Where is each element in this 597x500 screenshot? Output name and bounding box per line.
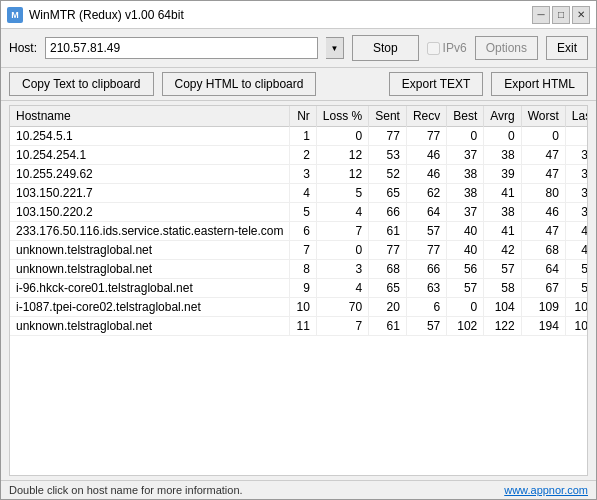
host-input[interactable]: [45, 37, 318, 59]
cell-nr: 11: [290, 317, 316, 336]
cell-recv: 63: [406, 279, 446, 298]
table-header-row: Hostname Nr Loss % Sent Recv Best Avrg W…: [10, 106, 588, 127]
col-header-nr: Nr: [290, 106, 316, 127]
export-text-button[interactable]: Export TEXT: [389, 72, 483, 96]
cell-avrg: 42: [484, 241, 521, 260]
cell-sent: 77: [369, 127, 407, 146]
cell-nr: 8: [290, 260, 316, 279]
trace-table: Hostname Nr Loss % Sent Recv Best Avrg W…: [10, 106, 588, 336]
table-row[interactable]: 233.176.50.116.ids.service.static.easter…: [10, 222, 588, 241]
cell-best: 0: [447, 298, 484, 317]
cell-loss: 70: [316, 298, 368, 317]
cell-sent: 66: [369, 203, 407, 222]
stop-button[interactable]: Stop: [352, 35, 419, 61]
cell-loss: 12: [316, 146, 368, 165]
table-row[interactable]: 10.254.254.1 2 12 53 46 37 38 47 38: [10, 146, 588, 165]
cell-worst: 47: [521, 222, 565, 241]
ipv6-label: IPv6: [443, 41, 467, 55]
col-header-worst: Worst: [521, 106, 565, 127]
cell-last: 38: [565, 146, 588, 165]
table-row[interactable]: i-96.hkck-core01.telstraglobal.net 9 4 6…: [10, 279, 588, 298]
copy-html-button[interactable]: Copy HTML to clipboard: [162, 72, 317, 96]
ipv6-checkbox[interactable]: [427, 42, 440, 55]
cell-last: 103: [565, 298, 588, 317]
close-button[interactable]: ✕: [572, 6, 590, 24]
cell-hostname: 10.254.254.1: [10, 146, 290, 165]
cell-nr: 1: [290, 127, 316, 146]
cell-best: 56: [447, 260, 484, 279]
cell-recv: 57: [406, 317, 446, 336]
options-button[interactable]: Options: [475, 36, 538, 60]
export-html-button[interactable]: Export HTML: [491, 72, 588, 96]
minimize-button[interactable]: ─: [532, 6, 550, 24]
cell-last: 40: [565, 241, 588, 260]
table-row[interactable]: unknown.telstraglobal.net 7 0 77 77 40 4…: [10, 241, 588, 260]
cell-recv: 64: [406, 203, 446, 222]
copy-text-button[interactable]: Copy Text to clipboard: [9, 72, 154, 96]
cell-loss: 4: [316, 203, 368, 222]
cell-sent: 53: [369, 146, 407, 165]
cell-recv: 77: [406, 241, 446, 260]
cell-sent: 52: [369, 165, 407, 184]
cell-last: 103: [565, 317, 588, 336]
table-row[interactable]: 10.254.5.1 1 0 77 77 0 0 0 0: [10, 127, 588, 146]
table-body: 10.254.5.1 1 0 77 77 0 0 0 0 10.254.254.…: [10, 127, 588, 336]
cell-sent: 61: [369, 222, 407, 241]
cell-sent: 65: [369, 279, 407, 298]
cell-avrg: 57: [484, 260, 521, 279]
cell-worst: 47: [521, 165, 565, 184]
ipv6-checkbox-container: IPv6: [427, 41, 467, 55]
col-header-loss: Loss %: [316, 106, 368, 127]
cell-last: 38: [565, 165, 588, 184]
cell-nr: 3: [290, 165, 316, 184]
table-row[interactable]: i-1087.tpei-core02.telstraglobal.net 10 …: [10, 298, 588, 317]
cell-hostname: 103.150.220.2: [10, 203, 290, 222]
cell-worst: 80: [521, 184, 565, 203]
col-header-sent: Sent: [369, 106, 407, 127]
status-bar: Double click on host name for more infor…: [1, 480, 596, 499]
table-container: Hostname Nr Loss % Sent Recv Best Avrg W…: [9, 105, 588, 476]
cell-avrg: 0: [484, 127, 521, 146]
col-header-last: Last: [565, 106, 588, 127]
table-row[interactable]: 103.150.221.7 4 5 65 62 38 41 80 38: [10, 184, 588, 203]
cell-avrg: 41: [484, 184, 521, 203]
table-row[interactable]: 103.150.220.2 5 4 66 64 37 38 46 38: [10, 203, 588, 222]
cell-loss: 4: [316, 279, 368, 298]
cell-last: 38: [565, 203, 588, 222]
cell-best: 37: [447, 203, 484, 222]
cell-recv: 66: [406, 260, 446, 279]
status-info: Double click on host name for more infor…: [9, 484, 243, 496]
col-header-hostname: Hostname: [10, 106, 290, 127]
cell-hostname: 103.150.221.7: [10, 184, 290, 203]
cell-avrg: 58: [484, 279, 521, 298]
cell-best: 40: [447, 222, 484, 241]
cell-worst: 64: [521, 260, 565, 279]
title-controls: ─ □ ✕: [532, 6, 590, 24]
cell-nr: 10: [290, 298, 316, 317]
cell-best: 40: [447, 241, 484, 260]
cell-worst: 0: [521, 127, 565, 146]
cell-nr: 2: [290, 146, 316, 165]
appnor-link[interactable]: www.appnor.com: [504, 484, 588, 496]
table-row[interactable]: 10.255.249.62 3 12 52 46 38 39 47 38: [10, 165, 588, 184]
cell-worst: 67: [521, 279, 565, 298]
maximize-button[interactable]: □: [552, 6, 570, 24]
main-window: M WinMTR (Redux) v1.00 64bit ─ □ ✕ Host:…: [0, 0, 597, 500]
cell-last: 57: [565, 279, 588, 298]
col-header-avrg: Avrg: [484, 106, 521, 127]
cell-nr: 4: [290, 184, 316, 203]
cell-recv: 46: [406, 165, 446, 184]
cell-last: 0: [565, 127, 588, 146]
cell-recv: 46: [406, 146, 446, 165]
host-dropdown-arrow[interactable]: ▼: [326, 37, 344, 59]
cell-avrg: 39: [484, 165, 521, 184]
table-row[interactable]: unknown.telstraglobal.net 11 7 61 57 102…: [10, 317, 588, 336]
cell-worst: 109: [521, 298, 565, 317]
exit-button[interactable]: Exit: [546, 36, 588, 60]
cell-recv: 57: [406, 222, 446, 241]
cell-hostname: i-1087.tpei-core02.telstraglobal.net: [10, 298, 290, 317]
cell-hostname: 10.255.249.62: [10, 165, 290, 184]
host-label: Host:: [9, 41, 37, 55]
cell-worst: 68: [521, 241, 565, 260]
table-row[interactable]: unknown.telstraglobal.net 8 3 68 66 56 5…: [10, 260, 588, 279]
